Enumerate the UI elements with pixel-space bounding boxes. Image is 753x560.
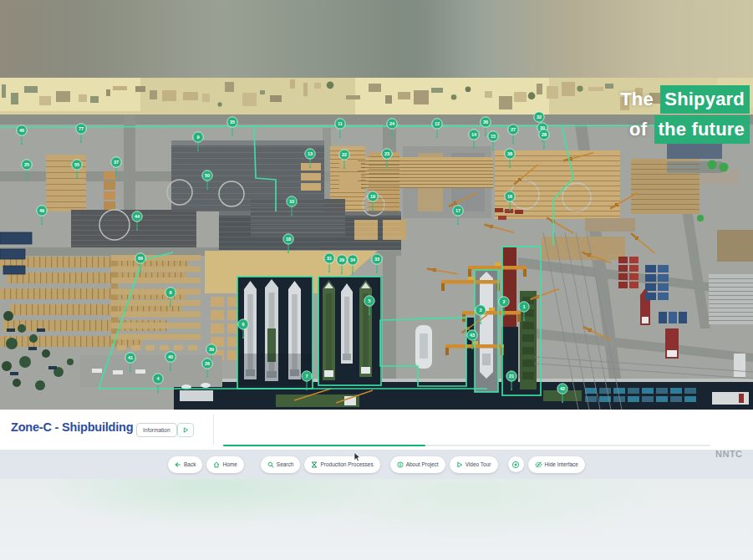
map-marker-number: 9 (196, 135, 199, 140)
back-arrow-icon (175, 461, 181, 468)
map-marker-number: 77 (79, 126, 84, 131)
title-the-future: the future (654, 115, 750, 144)
video-tour-button[interactable]: Video Tour (450, 456, 498, 473)
map-marker-number: 12 (435, 121, 440, 126)
map-marker-number: 41 (128, 355, 133, 360)
search-icon (267, 461, 274, 468)
map-marker-number: 36 (483, 120, 488, 125)
map-marker-number: 14 (471, 132, 477, 137)
map-marker-number: 42 (560, 386, 565, 391)
toolbar-strip: Back Home Search Production Processes (0, 450, 753, 479)
search-button[interactable]: Search (261, 456, 301, 473)
production-processes-icon (311, 461, 318, 468)
map-marker-number: 39 (209, 347, 214, 352)
map-marker-number: 43 (470, 333, 475, 338)
map-marker-number: 35 (230, 120, 235, 125)
map-marker-number: 29 (339, 257, 344, 262)
map-marker-number: 15 (491, 134, 496, 139)
map-marker-number: 50 (205, 173, 210, 178)
map-marker-number: 6 (242, 322, 244, 327)
about-project-label: About Project (406, 461, 439, 467)
title-the: The (620, 89, 655, 109)
map-marker-number: 8 (169, 290, 171, 295)
map-marker-number: 1 (522, 304, 525, 309)
back-label: Back (184, 461, 196, 467)
map-marker-number: 33 (374, 257, 379, 262)
map-marker-number: 18 (286, 237, 291, 242)
map-marker-number: 44 (135, 214, 140, 219)
map-marker-number: 16 (507, 194, 512, 199)
title-line-2: of the future (620, 115, 750, 145)
map-marker-number: 66 (138, 256, 143, 261)
map-marker-number: 27 (511, 127, 516, 132)
nntc-watermark: NNTC (715, 449, 743, 459)
home-label: Home (222, 461, 237, 467)
map-marker-number: 11 (338, 121, 343, 126)
title-of: of (629, 119, 649, 140)
mouse-cursor (354, 452, 362, 462)
shipyard-map[interactable]: 4677359255537504944112412361415132223101… (0, 78, 753, 410)
hide-interface-button[interactable]: Hide Interface (528, 456, 585, 473)
search-label: Search (277, 461, 294, 467)
production-processes-label: Production Processes (320, 461, 373, 467)
map-marker-number: 7 (305, 374, 308, 379)
zone-title: Zone-C - Shipbuilding (11, 420, 133, 434)
about-project-button[interactable]: About Project (390, 456, 445, 473)
production-processes-button[interactable]: Production Processes (304, 456, 379, 473)
map-marker-number: 55 (74, 162, 79, 167)
map-marker-number: 34 (350, 257, 356, 262)
information-button[interactable]: Information (136, 423, 177, 437)
map-marker-number: 38 (507, 151, 512, 156)
map-marker-number: 2 (502, 299, 505, 304)
legend-bar: Zone-C - Shipbuilding Information 1Dry D… (0, 410, 753, 450)
map-marker-number: 49 (39, 208, 44, 213)
top-blur-gradient (0, 0, 753, 78)
legend-scrollbar-thumb[interactable] (223, 445, 425, 446)
map-marker-number: 19 (370, 194, 375, 199)
info-icon (397, 461, 404, 468)
map-marker-number: 28 (542, 132, 547, 137)
toolbar: Back Home Search Production Processes (0, 450, 753, 479)
eye-slash-icon (535, 461, 542, 468)
home-icon (213, 461, 220, 468)
title-overlay: The Shipyard of the future (620, 84, 750, 145)
target-icon (511, 461, 520, 469)
legend-divider (213, 415, 214, 445)
map-marker-number: 17 (455, 208, 460, 213)
map-marker-number: 21 (509, 374, 514, 379)
video-play-icon (456, 461, 463, 468)
locate-button[interactable] (508, 456, 524, 472)
map-marker-number: 46 (19, 128, 24, 133)
map-marker-number: 25 (24, 162, 29, 167)
map-marker-number: 37 (114, 160, 119, 165)
home-button[interactable]: Home (206, 456, 243, 473)
title-line-1: The Shipyard (620, 84, 750, 115)
play-icon (183, 427, 189, 433)
map-marker-number: 3 (479, 308, 481, 313)
top-blur-strip (0, 0, 753, 78)
back-button[interactable]: Back (168, 456, 202, 473)
video-tour-label: Video Tour (466, 461, 491, 467)
hide-interface-label: Hide Interface (545, 461, 578, 467)
map-marker-number: 40 (168, 354, 173, 359)
title-shipyard: Shipyard (660, 85, 750, 114)
map-marker-number: 13 (308, 151, 313, 156)
map-marker-number: 32 (537, 115, 542, 120)
map-marker-number: 5 (368, 298, 370, 303)
map-marker-number: 22 (342, 152, 347, 157)
map-marker-number: 31 (327, 256, 332, 261)
map-marker-number: 23 (384, 151, 389, 156)
play-button[interactable] (177, 423, 194, 437)
bottom-blur-strip (0, 479, 753, 560)
map-marker-number: 26 (205, 361, 210, 366)
map-marker-number: 10 (289, 199, 294, 204)
map-marker-number: 24 (389, 121, 395, 126)
